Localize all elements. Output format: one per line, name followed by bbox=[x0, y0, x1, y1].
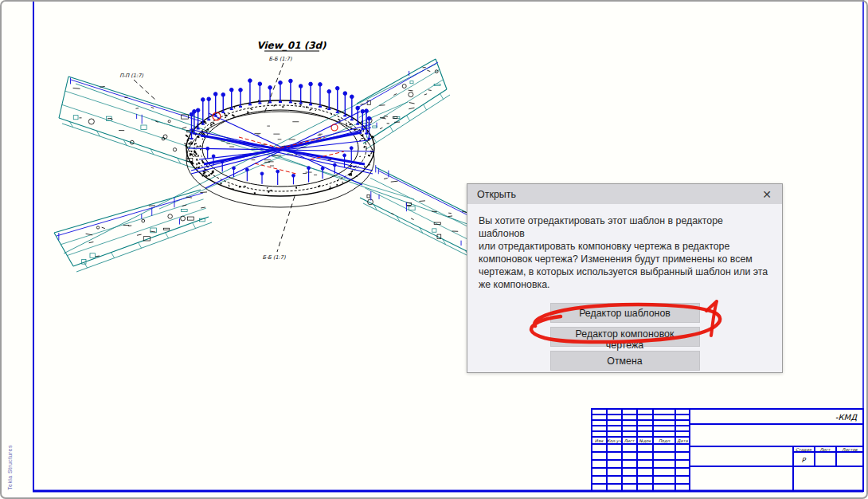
arm-detail bbox=[73, 88, 80, 88]
ring-detail bbox=[247, 112, 248, 113]
red-mark-circle bbox=[331, 124, 338, 131]
stage-value: Р bbox=[802, 457, 807, 464]
ring-detail bbox=[201, 160, 202, 161]
arm-detail bbox=[151, 231, 156, 232]
arm-plate bbox=[141, 125, 147, 129]
ring-detail bbox=[196, 167, 197, 168]
arm-detail bbox=[102, 227, 105, 228]
arm-plate bbox=[188, 217, 194, 220]
ring-detail bbox=[337, 180, 338, 181]
arm-line bbox=[361, 80, 443, 131]
arm-detail bbox=[409, 103, 415, 104]
sheets-header: Листов bbox=[842, 447, 858, 452]
bolt-head bbox=[319, 83, 323, 87]
bolt-head bbox=[193, 110, 197, 114]
revision-header-izm: Изм bbox=[595, 438, 604, 443]
ring-detail bbox=[211, 126, 212, 127]
ring-detail bbox=[199, 133, 200, 134]
ring-detail bbox=[207, 129, 209, 130]
arm-detail bbox=[361, 104, 366, 104]
ring-detail bbox=[364, 146, 366, 147]
arm-detail bbox=[86, 234, 93, 235]
bolt-head bbox=[276, 170, 280, 173]
message-line: Вы хотите отредактировать этот шаблон в … bbox=[479, 214, 771, 240]
arm-cap bbox=[54, 233, 73, 266]
message-line: компоновок чертежа? Изменения будут прим… bbox=[479, 253, 771, 265]
cad-wireframe-drawing[interactable] bbox=[54, 59, 494, 272]
ring-detail bbox=[354, 129, 357, 130]
axis-line bbox=[76, 84, 487, 231]
bolt-head bbox=[367, 116, 371, 120]
arm-detail bbox=[411, 218, 414, 220]
arm-hole bbox=[142, 219, 145, 222]
ring-depth bbox=[186, 112, 374, 207]
arm-depth-line bbox=[76, 222, 212, 272]
bolt-head bbox=[321, 167, 324, 170]
view-title-label: View_01 (3d) bbox=[256, 40, 326, 51]
ring-detail bbox=[310, 109, 312, 111]
arm-plate bbox=[90, 253, 96, 258]
arm-detail bbox=[89, 242, 94, 242]
bolt-head bbox=[307, 167, 311, 170]
bolt-head bbox=[213, 92, 217, 96]
ring-detail bbox=[194, 143, 197, 144]
ring-detail bbox=[205, 175, 208, 177]
arm-edge bbox=[68, 77, 203, 120]
arm-detail bbox=[393, 93, 397, 95]
arm-edge bbox=[357, 59, 436, 104]
arm-depth-tick bbox=[111, 253, 115, 258]
revision-header-ndok: №док bbox=[639, 438, 651, 443]
bolt-head bbox=[299, 84, 303, 88]
bolt-head bbox=[239, 88, 243, 92]
ring-detail bbox=[250, 108, 252, 110]
arm-plate bbox=[432, 229, 436, 232]
arm-plate bbox=[73, 116, 78, 120]
arm-detail bbox=[409, 108, 414, 109]
arm-blue-line bbox=[57, 193, 203, 236]
bolt-head bbox=[350, 95, 354, 99]
ring-detail bbox=[361, 135, 363, 136]
arm-plate bbox=[410, 81, 413, 84]
template-editor-button[interactable]: Редактор шаблонов bbox=[550, 303, 700, 323]
bolt-head bbox=[343, 154, 346, 157]
arm-depth-tick bbox=[390, 126, 393, 132]
arm-detail bbox=[391, 181, 398, 182]
ring-detail bbox=[338, 119, 340, 120]
arm-detail bbox=[200, 192, 207, 193]
ring-detail bbox=[213, 122, 215, 124]
arm-detail bbox=[151, 107, 154, 108]
ring-detail bbox=[306, 107, 307, 108]
bolt-head bbox=[356, 106, 360, 110]
ring-detail bbox=[190, 151, 190, 151]
ring-detail bbox=[234, 108, 235, 108]
message-line: чертежам, в которых используется выбранн… bbox=[479, 265, 771, 278]
dialog-title: Открыть bbox=[477, 189, 516, 200]
dialog-message: Вы хотите отредактировать этот шаблон в … bbox=[479, 214, 771, 291]
title-block: -КМД Изм Кол.уч Лист №док Подп Дата Стад… bbox=[592, 409, 863, 491]
ring-detail bbox=[186, 135, 188, 136]
revision-header-data: Дата bbox=[677, 438, 688, 443]
arm-hole bbox=[181, 216, 186, 221]
arm-plate bbox=[393, 117, 397, 119]
close-icon[interactable]: ✕ bbox=[758, 187, 776, 202]
message-line: же компоновка. bbox=[479, 278, 771, 291]
revision-header-list: Лист bbox=[624, 438, 635, 443]
arm-depth-tick bbox=[440, 93, 444, 99]
ring-detail bbox=[363, 130, 364, 132]
arm-detail bbox=[380, 128, 382, 129]
stage-header: Стадия bbox=[796, 447, 812, 452]
ring-detail bbox=[371, 152, 372, 154]
bolt-head bbox=[201, 98, 205, 102]
cancel-button[interactable]: Отмена bbox=[550, 351, 700, 371]
bolt-head bbox=[289, 79, 293, 83]
arm-blue-line bbox=[359, 62, 438, 107]
sheet-header: Лист bbox=[819, 447, 831, 452]
arm-line bbox=[365, 188, 479, 246]
arm-hole bbox=[168, 214, 173, 219]
arm-plate bbox=[163, 228, 169, 230]
ring-detail bbox=[274, 104, 276, 106]
layout-editor-button[interactable]: Редактор компоновок чертежа bbox=[550, 327, 700, 347]
bolt-head bbox=[327, 89, 331, 93]
revision-header-koluch: Кол.уч bbox=[607, 438, 622, 444]
arm-detail bbox=[427, 70, 430, 71]
